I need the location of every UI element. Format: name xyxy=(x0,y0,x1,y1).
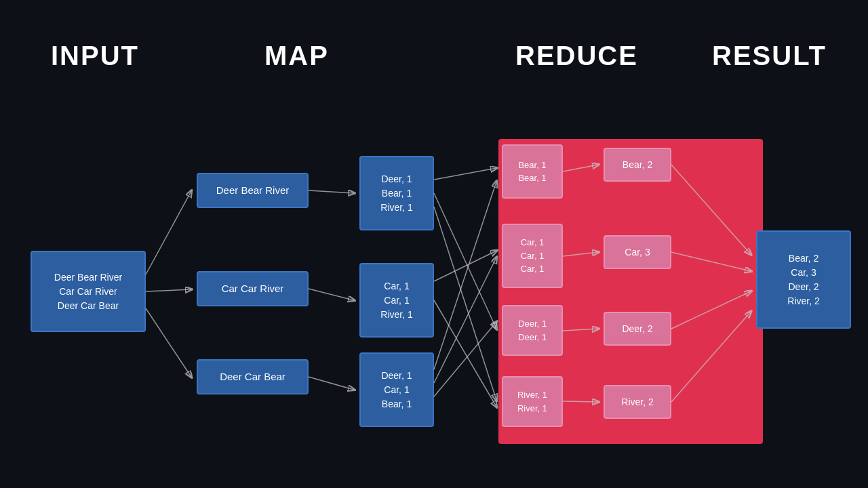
input-text: Deer Bear River Car Car River Deer Car B… xyxy=(54,270,122,313)
result-text: Bear, 2 Car, 3 Deer, 2 River, 2 xyxy=(787,251,819,308)
reduce-result-text-2: Deer, 2 xyxy=(622,322,652,336)
reduce-label: REDUCE xyxy=(515,41,638,71)
map-text-1: Car, 1 Car, 1 River, 1 xyxy=(380,279,412,322)
map-box-2: Deer, 1 Car, 1 Bear, 1 xyxy=(359,352,434,427)
reduce-group-3: River, 1 River, 1 xyxy=(502,376,563,427)
input-box: Deer Bear River Car Car River Deer Car B… xyxy=(31,251,146,332)
svg-line-10 xyxy=(434,300,496,407)
map-label: MAP xyxy=(264,41,329,71)
input-label: INPUT xyxy=(51,41,139,71)
reduce-result-text-1: Car, 3 xyxy=(625,245,650,260)
reduce-group-text-2: Deer, 1 Deer, 1 xyxy=(518,317,547,344)
reduce-result-0: Bear, 2 xyxy=(604,148,671,182)
svg-line-11 xyxy=(434,182,496,369)
map-text-2: Deer, 1 Car, 1 Bear, 1 xyxy=(381,369,412,411)
svg-line-8 xyxy=(434,207,496,400)
svg-line-13 xyxy=(434,322,496,396)
split-box-2: Deer Car Bear xyxy=(197,359,309,394)
reduce-result-text-0: Bear, 2 xyxy=(623,158,652,172)
reduce-group-text-1: Car, 1 Car, 1 Car, 1 xyxy=(521,236,545,276)
split-text-0: Deer Bear River xyxy=(216,183,290,199)
reduce-result-text-3: River, 2 xyxy=(621,395,653,409)
reduce-result-3: River, 2 xyxy=(604,385,671,419)
svg-line-2 xyxy=(146,308,191,377)
split-text-2: Deer Car Bear xyxy=(220,369,285,385)
split-text-1: Car Car River xyxy=(222,281,284,297)
split-box-1: Car Car River xyxy=(197,271,309,306)
reduce-result-2: Deer, 2 xyxy=(604,312,671,346)
result-box: Bear, 2 Car, 3 Deer, 2 River, 2 xyxy=(756,230,851,329)
svg-line-1 xyxy=(146,289,191,291)
reduce-group-0: Bear, 1 Bear, 1 xyxy=(502,144,563,199)
reduce-group-1: Car, 1 Car, 1 Car, 1 xyxy=(502,224,563,288)
svg-line-3 xyxy=(309,190,354,193)
svg-line-0 xyxy=(146,191,191,274)
map-text-0: Deer, 1 Bear, 1 River, 1 xyxy=(380,172,412,215)
svg-line-5 xyxy=(309,377,354,390)
svg-line-4 xyxy=(309,289,354,300)
split-box-0: Deer Bear River xyxy=(197,173,309,208)
svg-line-7 xyxy=(434,193,496,329)
reduce-group-text-3: River, 1 River, 1 xyxy=(517,388,547,415)
reduce-result-1: Car, 3 xyxy=(604,235,671,269)
map-box-0: Deer, 1 Bear, 1 River, 1 xyxy=(359,156,434,230)
map-box-1: Car, 1 Car, 1 River, 1 xyxy=(359,263,434,338)
reduce-group-text-0: Bear, 1 Bear, 1 xyxy=(518,159,546,185)
svg-line-6 xyxy=(434,168,496,180)
result-label: RESULT xyxy=(712,41,827,71)
reduce-group-2: Deer, 1 Deer, 1 xyxy=(502,305,563,356)
svg-line-12 xyxy=(434,258,496,383)
svg-line-9 xyxy=(434,251,496,281)
